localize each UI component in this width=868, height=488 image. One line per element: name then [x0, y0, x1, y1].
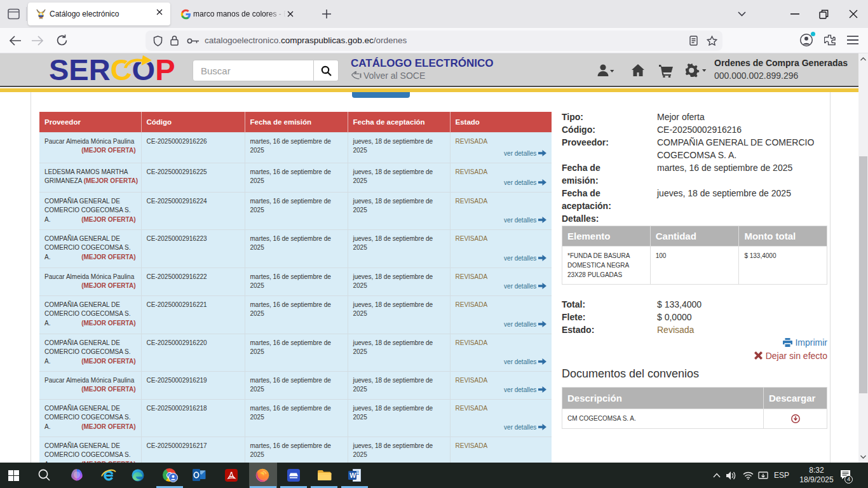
svg-text:W: W — [349, 471, 356, 479]
